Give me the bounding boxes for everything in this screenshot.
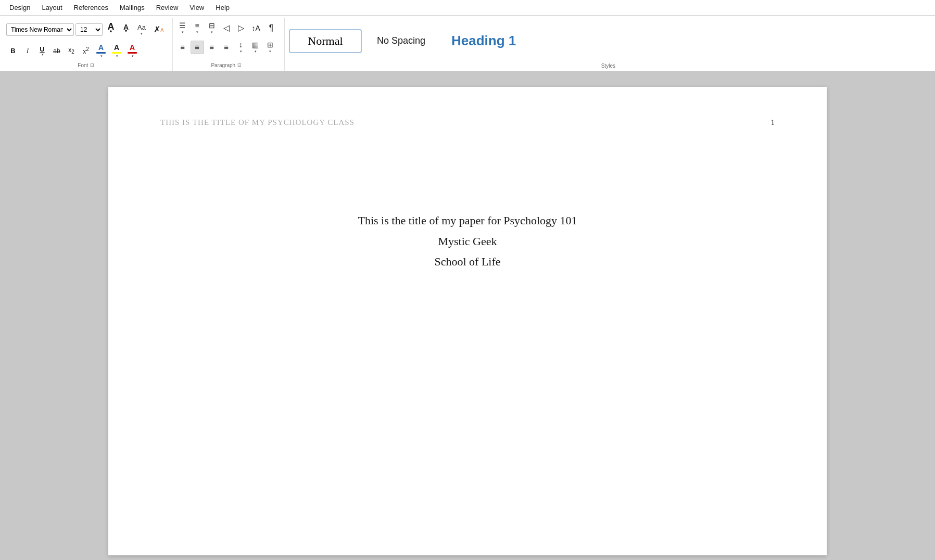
document-body-line-3: School of Life bbox=[434, 251, 500, 272]
font-color-button[interactable]: A ▾ bbox=[94, 42, 108, 59]
font-color-dropdown: ▾ bbox=[100, 54, 103, 58]
shading-icon: ▦ bbox=[252, 41, 259, 49]
document-header: THIS IS THE TITLE OF MY PSYCHOLOGY CLASS… bbox=[160, 118, 775, 127]
font-group-label: Font bbox=[78, 62, 88, 68]
underline-dropdown: ▾ bbox=[42, 53, 44, 57]
sort-button[interactable]: ↕A bbox=[249, 21, 263, 35]
document-page[interactable]: THIS IS THE TITLE OF MY PSYCHOLOGY CLASS… bbox=[108, 87, 827, 555]
bullet-list-icon: ☰ bbox=[179, 21, 186, 30]
bold-icon: B bbox=[10, 47, 15, 55]
underline-icon: U bbox=[40, 45, 44, 53]
font-red-dropdown: ▾ bbox=[132, 54, 134, 58]
strikethrough-button[interactable]: ab bbox=[50, 44, 64, 58]
multilevel-list-button[interactable]: ⊟ ▾ bbox=[205, 20, 219, 36]
document-area: THIS IS THE TITLE OF MY PSYCHOLOGY CLASS… bbox=[0, 71, 935, 560]
document-header-title: THIS IS THE TITLE OF MY PSYCHOLOGY CLASS bbox=[160, 118, 355, 127]
shading-button[interactable]: ▦ ▾ bbox=[249, 39, 262, 55]
borders-icon: ⊞ bbox=[267, 41, 273, 49]
align-right-icon: ≡ bbox=[209, 43, 214, 52]
change-case-button[interactable]: Aa ▾ bbox=[134, 22, 149, 37]
multilevel-list-arrow: ▾ bbox=[211, 30, 213, 34]
line-spacing-icon: ↕ bbox=[239, 41, 243, 49]
font-size-select[interactable]: 12 bbox=[75, 23, 103, 36]
menu-view[interactable]: View bbox=[184, 2, 209, 14]
superscript-icon: x2 bbox=[83, 46, 89, 55]
menu-layout[interactable]: Layout bbox=[36, 2, 67, 14]
style-normal-button[interactable]: Normal bbox=[289, 29, 362, 53]
italic-button[interactable]: I bbox=[21, 44, 34, 58]
menu-mailings[interactable]: Mailings bbox=[115, 2, 150, 14]
clear-format-icon: ✗A bbox=[154, 24, 164, 34]
highlight-dropdown: ▾ bbox=[116, 54, 118, 58]
styles-group-label: Styles bbox=[601, 63, 615, 69]
borders-button[interactable]: ⊞ ▾ bbox=[263, 39, 277, 55]
style-no-spacing-label: No Spacing bbox=[377, 35, 425, 46]
sort-icon: ↕A bbox=[252, 24, 260, 32]
highlight-icon: A bbox=[114, 43, 119, 52]
style-heading1-label: Heading 1 bbox=[451, 33, 516, 48]
ribbon: Times New Roman 12 A ▲ A ▼ Aa ▾ bbox=[0, 16, 935, 71]
align-left-button[interactable]: ≡ bbox=[176, 41, 189, 54]
show-hide-icon: ¶ bbox=[269, 23, 274, 33]
number-list-icon: ≡ bbox=[195, 21, 199, 30]
highlight-button[interactable]: A ▾ bbox=[109, 42, 124, 59]
align-center-button[interactable]: ≡ bbox=[191, 41, 204, 54]
increase-indent-button[interactable]: ▷ bbox=[234, 21, 248, 35]
paragraph-group: ☰ ▾ ≡ ▾ ⊟ ▾ ◁ ▷ ↕A bbox=[173, 18, 285, 71]
strikethrough-icon: ab bbox=[53, 47, 60, 55]
font-expand-icon[interactable]: ⊡ bbox=[89, 61, 95, 69]
borders-arrow: ▾ bbox=[269, 49, 271, 54]
justify-button[interactable]: ≡ bbox=[220, 41, 233, 54]
clear-formatting-button[interactable]: ✗A bbox=[150, 23, 167, 36]
paragraph-expand-icon[interactable]: ⊡ bbox=[236, 61, 243, 69]
shading-arrow: ▾ bbox=[255, 49, 257, 54]
document-body[interactable]: This is the title of my paper for Psycho… bbox=[160, 210, 775, 272]
align-left-icon: ≡ bbox=[180, 43, 185, 52]
font-group: Times New Roman 12 A ▲ A ▼ Aa ▾ bbox=[3, 18, 173, 71]
line-spacing-arrow: ▾ bbox=[240, 49, 242, 54]
menu-bar: Design Layout References Mailings Review… bbox=[0, 0, 935, 16]
increase-indent-icon: ▷ bbox=[238, 23, 244, 33]
bullet-list-button[interactable]: ☰ ▾ bbox=[176, 20, 189, 36]
italic-icon: I bbox=[27, 47, 29, 55]
font-red-button[interactable]: A ▾ bbox=[125, 42, 140, 59]
change-case-icon: Aa bbox=[137, 23, 146, 31]
align-center-icon: ≡ bbox=[195, 43, 199, 52]
underline-button[interactable]: U ▾ bbox=[35, 44, 49, 58]
increase-arrow-icon: ▲ bbox=[109, 29, 113, 33]
styles-group: Normal No Spacing Heading 1 Styles bbox=[285, 18, 932, 71]
increase-font-button[interactable]: A ▲ bbox=[104, 20, 118, 39]
superscript-button[interactable]: x2 bbox=[79, 44, 93, 58]
document-page-number: 1 bbox=[771, 118, 775, 127]
style-normal-label: Normal bbox=[308, 34, 343, 47]
decrease-indent-icon: ◁ bbox=[223, 23, 230, 33]
bullet-list-arrow: ▾ bbox=[182, 30, 184, 34]
bold-button[interactable]: B bbox=[6, 44, 20, 58]
subscript-button[interactable]: x2 bbox=[65, 44, 78, 58]
decrease-arrow-icon: ▼ bbox=[124, 29, 128, 33]
decrease-indent-button[interactable]: ◁ bbox=[220, 21, 233, 35]
document-body-line-1: This is the title of my paper for Psycho… bbox=[358, 210, 577, 231]
style-heading1-button[interactable]: Heading 1 bbox=[440, 28, 527, 54]
menu-design[interactable]: Design bbox=[4, 2, 35, 14]
show-hide-button[interactable]: ¶ bbox=[264, 21, 278, 35]
paragraph-group-label: Paragraph bbox=[211, 62, 235, 68]
justify-icon: ≡ bbox=[224, 43, 229, 52]
document-body-line-2: Mystic Geek bbox=[438, 231, 497, 252]
multilevel-list-icon: ⊟ bbox=[209, 21, 215, 30]
font-red-icon: A bbox=[130, 43, 135, 52]
decrease-font-button[interactable]: A ▼ bbox=[119, 21, 133, 38]
style-no-spacing-button[interactable]: No Spacing bbox=[366, 31, 436, 51]
menu-review[interactable]: Review bbox=[151, 2, 184, 14]
align-right-button[interactable]: ≡ bbox=[205, 41, 219, 54]
subscript-icon: x2 bbox=[68, 46, 74, 55]
change-case-arrow: ▾ bbox=[141, 32, 143, 36]
number-list-arrow: ▾ bbox=[196, 30, 198, 34]
number-list-button[interactable]: ≡ ▾ bbox=[191, 20, 204, 36]
menu-references[interactable]: References bbox=[69, 2, 113, 14]
font-name-select[interactable]: Times New Roman bbox=[6, 23, 74, 36]
line-spacing-button[interactable]: ↕ ▾ bbox=[234, 39, 248, 55]
menu-help[interactable]: Help bbox=[210, 2, 235, 14]
font-color-icon: A bbox=[98, 43, 104, 52]
